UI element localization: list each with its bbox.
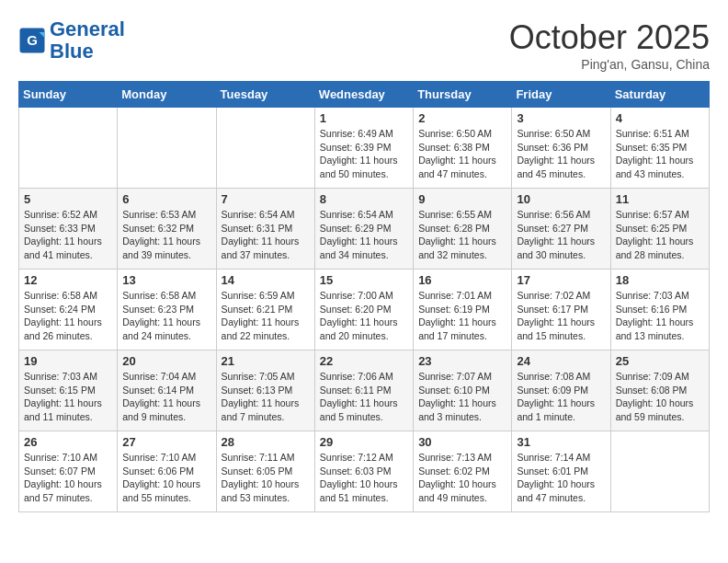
day-number: 6 <box>122 192 210 206</box>
calendar-cell: 1Sunrise: 6:49 AM Sunset: 6:39 PM Daylig… <box>314 108 413 189</box>
day-info: Sunrise: 7:11 AM Sunset: 6:05 PM Dayligh… <box>222 451 310 505</box>
day-info: Sunrise: 7:13 AM Sunset: 6:02 PM Dayligh… <box>418 451 506 505</box>
calendar-cell: 27Sunrise: 7:10 AM Sunset: 6:06 PM Dayli… <box>118 431 216 512</box>
day-info: Sunrise: 6:51 AM Sunset: 6:35 PM Dayligh… <box>616 127 704 181</box>
calendar-cell: 22Sunrise: 7:06 AM Sunset: 6:11 PM Dayli… <box>314 350 413 431</box>
day-info: Sunrise: 7:07 AM Sunset: 6:10 PM Dayligh… <box>418 370 506 424</box>
calendar-cell: 2Sunrise: 6:50 AM Sunset: 6:38 PM Daylig… <box>414 108 512 189</box>
calendar-cell: 10Sunrise: 6:56 AM Sunset: 6:27 PM Dayli… <box>512 189 610 270</box>
logo-line2: Blue <box>50 40 125 63</box>
calendar-table: SundayMondayTuesdayWednesdayThursdayFrid… <box>18 81 710 512</box>
svg-text:G: G <box>27 32 38 48</box>
week-row-2: 5Sunrise: 6:52 AM Sunset: 6:33 PM Daylig… <box>19 189 710 270</box>
day-number: 18 <box>616 273 704 287</box>
day-number: 17 <box>517 273 605 287</box>
day-info: Sunrise: 7:14 AM Sunset: 6:01 PM Dayligh… <box>517 451 605 505</box>
calendar-cell: 26Sunrise: 7:10 AM Sunset: 6:07 PM Dayli… <box>19 431 118 512</box>
calendar-cell: 18Sunrise: 7:03 AM Sunset: 6:16 PM Dayli… <box>610 270 709 350</box>
calendar-cell: 29Sunrise: 7:12 AM Sunset: 6:03 PM Dayli… <box>314 431 413 512</box>
day-number: 20 <box>122 354 210 368</box>
calendar-cell <box>19 108 118 189</box>
day-number: 12 <box>24 273 112 287</box>
day-info: Sunrise: 6:52 AM Sunset: 6:33 PM Dayligh… <box>24 208 112 262</box>
day-info: Sunrise: 7:03 AM Sunset: 6:16 PM Dayligh… <box>616 289 704 343</box>
day-info: Sunrise: 7:08 AM Sunset: 6:09 PM Dayligh… <box>517 370 605 424</box>
day-info: Sunrise: 6:50 AM Sunset: 6:38 PM Dayligh… <box>418 127 506 181</box>
day-info: Sunrise: 6:57 AM Sunset: 6:25 PM Dayligh… <box>616 208 704 262</box>
logo: G General Blue <box>18 18 125 63</box>
day-number: 13 <box>122 273 210 287</box>
day-info: Sunrise: 6:54 AM Sunset: 6:31 PM Dayligh… <box>222 208 310 262</box>
day-info: Sunrise: 7:00 AM Sunset: 6:20 PM Dayligh… <box>320 289 408 343</box>
weekday-header-tuesday: Tuesday <box>216 82 314 108</box>
day-number: 8 <box>320 192 408 206</box>
calendar-cell: 17Sunrise: 7:02 AM Sunset: 6:17 PM Dayli… <box>512 270 610 350</box>
day-number: 27 <box>122 435 210 449</box>
day-number: 25 <box>616 354 704 368</box>
day-info: Sunrise: 6:56 AM Sunset: 6:27 PM Dayligh… <box>517 208 605 262</box>
day-number: 3 <box>517 111 605 125</box>
calendar-cell: 6Sunrise: 6:53 AM Sunset: 6:32 PM Daylig… <box>118 189 216 270</box>
calendar-cell: 21Sunrise: 7:05 AM Sunset: 6:13 PM Dayli… <box>216 350 314 431</box>
month-title: October 2025 <box>509 18 710 57</box>
day-info: Sunrise: 7:02 AM Sunset: 6:17 PM Dayligh… <box>517 289 605 343</box>
calendar-cell: 25Sunrise: 7:09 AM Sunset: 6:08 PM Dayli… <box>610 350 709 431</box>
day-info: Sunrise: 6:58 AM Sunset: 6:24 PM Dayligh… <box>24 289 112 343</box>
day-info: Sunrise: 6:58 AM Sunset: 6:23 PM Dayligh… <box>122 289 210 343</box>
location-subtitle: Ping'an, Gansu, China <box>509 57 710 72</box>
day-info: Sunrise: 6:55 AM Sunset: 6:28 PM Dayligh… <box>418 208 506 262</box>
calendar-cell: 16Sunrise: 7:01 AM Sunset: 6:19 PM Dayli… <box>414 270 512 350</box>
calendar-cell <box>118 108 216 189</box>
day-info: Sunrise: 7:03 AM Sunset: 6:15 PM Dayligh… <box>24 370 112 424</box>
logo-line1: General <box>50 18 125 40</box>
day-number: 30 <box>418 435 506 449</box>
day-info: Sunrise: 7:10 AM Sunset: 6:06 PM Dayligh… <box>122 451 210 505</box>
weekday-header-thursday: Thursday <box>414 82 512 108</box>
logo-icon: G <box>18 27 46 54</box>
day-number: 10 <box>517 192 605 206</box>
day-number: 19 <box>24 354 112 368</box>
calendar-cell: 31Sunrise: 7:14 AM Sunset: 6:01 PM Dayli… <box>512 431 610 512</box>
calendar-cell: 4Sunrise: 6:51 AM Sunset: 6:35 PM Daylig… <box>610 108 709 189</box>
weekday-header-saturday: Saturday <box>610 82 709 108</box>
day-info: Sunrise: 7:12 AM Sunset: 6:03 PM Dayligh… <box>320 451 408 505</box>
day-number: 9 <box>418 192 506 206</box>
calendar-cell: 28Sunrise: 7:11 AM Sunset: 6:05 PM Dayli… <box>216 431 314 512</box>
weekday-header-sunday: Sunday <box>19 82 118 108</box>
calendar-cell: 8Sunrise: 6:54 AM Sunset: 6:29 PM Daylig… <box>314 189 413 270</box>
weekday-header-row: SundayMondayTuesdayWednesdayThursdayFrid… <box>19 82 710 108</box>
day-number: 5 <box>24 192 112 206</box>
logo-text: General Blue <box>50 18 125 63</box>
title-block: October 2025 Ping'an, Gansu, China <box>509 18 710 72</box>
day-number: 7 <box>222 192 310 206</box>
calendar-cell: 3Sunrise: 6:50 AM Sunset: 6:36 PM Daylig… <box>512 108 610 189</box>
day-number: 29 <box>320 435 408 449</box>
weekday-header-friday: Friday <box>512 82 610 108</box>
day-number: 1 <box>320 111 408 125</box>
calendar-cell: 12Sunrise: 6:58 AM Sunset: 6:24 PM Dayli… <box>19 270 118 350</box>
calendar-cell: 23Sunrise: 7:07 AM Sunset: 6:10 PM Dayli… <box>414 350 512 431</box>
week-row-1: 1Sunrise: 6:49 AM Sunset: 6:39 PM Daylig… <box>19 108 710 189</box>
week-row-4: 19Sunrise: 7:03 AM Sunset: 6:15 PM Dayli… <box>19 350 710 431</box>
calendar-cell <box>610 431 709 512</box>
day-info: Sunrise: 7:06 AM Sunset: 6:11 PM Dayligh… <box>320 370 408 424</box>
calendar-cell: 5Sunrise: 6:52 AM Sunset: 6:33 PM Daylig… <box>19 189 118 270</box>
day-number: 28 <box>222 435 310 449</box>
day-info: Sunrise: 6:49 AM Sunset: 6:39 PM Dayligh… <box>320 127 408 181</box>
calendar-cell: 30Sunrise: 7:13 AM Sunset: 6:02 PM Dayli… <box>414 431 512 512</box>
page-header: G General Blue October 2025 Ping'an, Gan… <box>18 18 710 72</box>
day-number: 26 <box>24 435 112 449</box>
day-info: Sunrise: 6:53 AM Sunset: 6:32 PM Dayligh… <box>122 208 210 262</box>
day-number: 4 <box>616 111 704 125</box>
day-number: 16 <box>418 273 506 287</box>
calendar-cell: 20Sunrise: 7:04 AM Sunset: 6:14 PM Dayli… <box>118 350 216 431</box>
calendar-cell: 13Sunrise: 6:58 AM Sunset: 6:23 PM Dayli… <box>118 270 216 350</box>
day-info: Sunrise: 6:50 AM Sunset: 6:36 PM Dayligh… <box>517 127 605 181</box>
day-info: Sunrise: 7:05 AM Sunset: 6:13 PM Dayligh… <box>222 370 310 424</box>
calendar-cell: 19Sunrise: 7:03 AM Sunset: 6:15 PM Dayli… <box>19 350 118 431</box>
weekday-header-monday: Monday <box>118 82 216 108</box>
day-number: 14 <box>222 273 310 287</box>
day-number: 22 <box>320 354 408 368</box>
day-info: Sunrise: 7:09 AM Sunset: 6:08 PM Dayligh… <box>616 370 704 424</box>
day-number: 31 <box>517 435 605 449</box>
